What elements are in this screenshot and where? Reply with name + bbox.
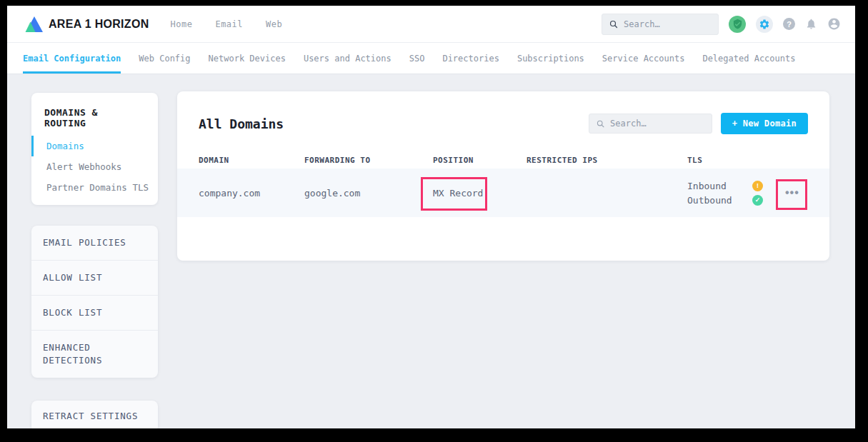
tab-sso[interactable]: SSO — [409, 43, 425, 74]
tab-service-accounts[interactable]: Service Accounts — [602, 43, 685, 74]
search-icon — [609, 19, 618, 29]
sidebar: DOMAINS & ROUTING Domains Alert Webhooks… — [31, 93, 158, 428]
cell-forwarding-to: google.com — [304, 188, 433, 199]
tab-web-config[interactable]: Web Config — [139, 43, 190, 74]
retract-settings-card: RETRACT SETTINGS — [31, 401, 158, 428]
app-window: AREA 1 HORIZON Home Email Web ? — [7, 6, 855, 428]
tab-subscriptions[interactable]: Subscriptions — [517, 43, 584, 74]
shield-glyph — [732, 19, 743, 29]
cell-position: MX Record — [433, 188, 527, 199]
tls-outbound-label: Outbound — [687, 195, 752, 206]
cell-domain: company.com — [199, 188, 304, 199]
gear-glyph — [759, 19, 770, 30]
bell-icon[interactable] — [805, 18, 817, 30]
top-nav: Home Email Web — [171, 19, 283, 29]
section-tabs: Email Configuration Web Config Network D… — [7, 43, 855, 74]
top-nav-web[interactable]: Web — [266, 19, 282, 29]
domains-search-input[interactable] — [610, 119, 704, 129]
tab-email-configuration[interactable]: Email Configuration — [23, 43, 121, 74]
policies-card: EMAIL POLICIES ALLOW LIST BLOCK LIST ENH… — [31, 226, 158, 378]
tab-directories[interactable]: Directories — [442, 43, 499, 74]
sidebar-item-block-list[interactable]: BLOCK LIST — [31, 296, 158, 331]
tls-status-list: Inbound ! Outbound ✓ — [687, 181, 763, 206]
col-domain: DOMAIN — [199, 156, 304, 165]
shield-check-icon[interactable] — [729, 16, 746, 33]
cell-tls: Inbound ! Outbound ✓ ••• — [687, 181, 829, 206]
row-actions-menu-button[interactable]: ••• — [782, 183, 802, 203]
col-forwarding-to: FORWARDING TO — [304, 156, 433, 165]
sidebar-item-retract-settings[interactable]: RETRACT SETTINGS — [31, 401, 158, 428]
search-icon — [597, 119, 604, 129]
panel-header: All Domains + New Domain — [177, 91, 829, 134]
global-search[interactable] — [602, 14, 719, 35]
page-title: All Domains — [199, 116, 284, 131]
help-icon[interactable]: ? — [783, 18, 795, 30]
domains-routing-card: DOMAINS & ROUTING Domains Alert Webhooks… — [31, 93, 158, 205]
domains-routing-title: DOMAINS & ROUTING — [31, 103, 158, 136]
gear-icon[interactable] — [756, 16, 773, 33]
tab-network-devices[interactable]: Network Devices — [209, 43, 286, 74]
sidebar-item-allow-list[interactable]: ALLOW LIST — [31, 261, 158, 296]
tab-delegated-accounts[interactable]: Delegated Accounts — [702, 43, 795, 74]
logo-text: AREA 1 HORIZON — [49, 18, 149, 31]
tls-inbound: Inbound ! — [687, 181, 763, 191]
new-domain-button[interactable]: + New Domain — [721, 113, 808, 134]
top-nav-home[interactable]: Home — [171, 19, 193, 29]
logo[interactable]: AREA 1 HORIZON — [24, 16, 149, 33]
global-search-input[interactable] — [624, 19, 711, 29]
top-nav-email[interactable]: Email — [215, 19, 243, 29]
warning-icon: ! — [752, 181, 763, 191]
all-domains-panel: All Domains + New Domain DOMAIN FORWARDI… — [177, 91, 829, 261]
tab-users-and-actions[interactable]: Users and Actions — [304, 43, 391, 74]
table-header: DOMAIN FORWARDING TO POSITION RESTRICTED… — [177, 151, 829, 169]
tls-inbound-label: Inbound — [687, 181, 752, 191]
sidebar-item-alert-webhooks[interactable]: Alert Webhooks — [31, 156, 158, 177]
col-position: POSITION — [433, 156, 527, 165]
col-tls: TLS — [687, 156, 829, 165]
sidebar-item-email-policies[interactable]: EMAIL POLICIES — [31, 226, 158, 261]
sidebar-item-enhanced-detections[interactable]: ENHANCED DETECTIONS — [31, 331, 158, 378]
content-area: DOMAINS & ROUTING Domains Alert Webhooks… — [7, 74, 855, 428]
top-bar: AREA 1 HORIZON Home Email Web ? — [7, 6, 855, 43]
domains-search[interactable] — [589, 114, 712, 134]
table-row[interactable]: company.com google.com MX Record Inbound… — [177, 169, 829, 217]
col-restricted-ips: RESTRICTED IPS — [527, 156, 687, 165]
area1-triangle-icon — [24, 16, 44, 33]
sidebar-item-domains[interactable]: Domains — [31, 136, 158, 156]
user-icon[interactable] — [827, 17, 841, 31]
tls-outbound: Outbound ✓ — [687, 195, 763, 206]
check-icon: ✓ — [752, 195, 763, 206]
sidebar-item-partner-domains-tls[interactable]: Partner Domains TLS — [31, 177, 158, 198]
top-bar-right: ? — [602, 14, 841, 35]
